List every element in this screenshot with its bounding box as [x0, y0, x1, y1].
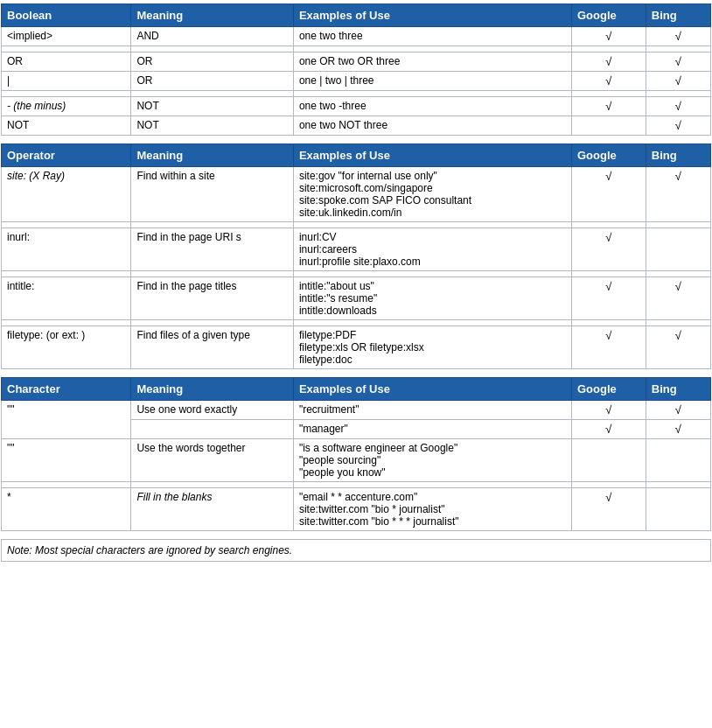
spacer: [2, 136, 711, 144]
cell-example: [293, 91, 571, 97]
note-row: Note: Most special characters are ignore…: [2, 540, 711, 562]
character-header-row: Character Meaning Examples of Use Google…: [2, 378, 711, 401]
cell-google: [571, 271, 646, 277]
cell-google: [571, 320, 646, 326]
table-row: OR OR one OR two OR three √ √: [2, 52, 711, 72]
cell-example: "is a software engineer at Google" "peop…: [293, 439, 571, 482]
cell-bing: [646, 482, 710, 488]
cell-example: one two -three: [293, 97, 571, 116]
cell-bing: √: [646, 27, 710, 46]
cell-meaning: [131, 222, 294, 228]
cell-bing: √: [646, 277, 710, 320]
cell-operator: [2, 46, 131, 52]
example-line: filetype:xls OR filetype:xlsx: [299, 341, 424, 354]
cell-bing: [646, 228, 710, 271]
cell-google: √: [571, 326, 646, 369]
cell-meaning: OR: [131, 52, 294, 72]
table-row: intitle: Find in the page titles intitle…: [2, 277, 711, 320]
cell-google: √: [571, 488, 646, 531]
cell-operator: "": [2, 439, 131, 482]
cell-meaning: Use one word exactly: [131, 401, 294, 420]
cell-bing: [646, 271, 710, 277]
table-row: inurl: Find in the page URI s inurl:CV i…: [2, 228, 711, 271]
cell-bing: [646, 46, 710, 52]
cell-operator: [2, 271, 131, 277]
cell-google: [571, 116, 646, 136]
cell-example: site:gov "for internal use only" site:mi…: [293, 167, 571, 222]
cell-meaning: [131, 91, 294, 97]
cell-operator: <implied>: [2, 27, 131, 46]
example-line: inurl:CV: [299, 231, 337, 243]
character-meaning-header: Meaning: [131, 378, 294, 401]
spacer: [2, 531, 711, 540]
cell-bing: [646, 439, 710, 482]
cell-meaning: [131, 420, 294, 439]
cell-google: [571, 91, 646, 97]
operator-bing-header: Bing: [646, 144, 710, 167]
cell-operator: |: [2, 72, 131, 91]
cell-google: √: [571, 277, 646, 320]
cell-example: [293, 222, 571, 228]
cell-example: [293, 46, 571, 52]
boolean-bing-header: Bing: [646, 4, 710, 27]
cell-bing: √: [646, 326, 710, 369]
cell-example: one two three: [293, 27, 571, 46]
cell-google: √: [571, 27, 646, 46]
boolean-header-row: Boolean Meaning Examples of Use Google B…: [2, 4, 711, 27]
cell-meaning: [131, 271, 294, 277]
cell-example: "recruitment": [293, 401, 571, 420]
cell-example: [293, 320, 571, 326]
character-col-header: Character: [2, 378, 131, 401]
cell-meaning: NOT: [131, 97, 294, 116]
cell-meaning: Find files of a given type: [131, 326, 294, 369]
cell-example: one two NOT three: [293, 116, 571, 136]
cell-operator: filetype: (or ext: ): [2, 326, 131, 369]
cell-example: [293, 482, 571, 488]
cell-operator: intitle:: [2, 277, 131, 320]
cell-meaning: [131, 46, 294, 52]
cell-meaning: Use the words together: [131, 439, 294, 482]
table-row: [2, 271, 711, 277]
example-line: site:twitter.com "bio * * * journalist": [299, 515, 459, 528]
example-line: "email * * accenture.com": [299, 491, 417, 503]
cell-google: √: [571, 401, 646, 420]
cell-operator: NOT: [2, 116, 131, 136]
table-row: site: (X Ray) Find within a site site:go…: [2, 167, 711, 222]
cell-google: [571, 439, 646, 482]
cell-example: intitle:"about us" intitle:"s resume" in…: [293, 277, 571, 320]
cell-example: one OR two OR three: [293, 52, 571, 72]
operator-col-header: Operator: [2, 144, 131, 167]
table-row: <implied> AND one two three √ √: [2, 27, 711, 46]
table-row: | OR one | two | three √ √: [2, 72, 711, 91]
table-row: [2, 222, 711, 228]
operator-header-row: Operator Meaning Examples of Use Google …: [2, 144, 711, 167]
cell-operator: [2, 222, 131, 228]
example-line: inurl:profile site:plaxo.com: [299, 256, 421, 268]
table-row: - (the minus) NOT one two -three √ √: [2, 97, 711, 116]
cell-meaning: [131, 482, 294, 488]
operator-meaning-header: Meaning: [131, 144, 294, 167]
table-row: filetype: (or ext: ) Find files of a giv…: [2, 326, 711, 369]
cell-bing: √: [646, 72, 710, 91]
table-row: NOT NOT one two NOT three √: [2, 116, 711, 136]
cell-bing: √: [646, 97, 710, 116]
operator-google-header: Google: [571, 144, 646, 167]
example-line: intitle:"about us": [299, 280, 374, 292]
cell-google: [571, 482, 646, 488]
cell-example: "email * * accenture.com" site:twitter.c…: [293, 488, 571, 531]
cell-example: "manager": [293, 420, 571, 439]
spacer: [2, 369, 711, 378]
cell-example: filetype:PDF filetype:xls OR filetype:xl…: [293, 326, 571, 369]
example-line: inurl:careers: [299, 243, 357, 256]
character-google-header: Google: [571, 378, 646, 401]
example-line: "people sourcing": [299, 454, 380, 466]
cell-google: [571, 222, 646, 228]
table-row: [2, 482, 711, 488]
example-line: filetype:doc: [299, 354, 353, 366]
example-line: "people you know": [299, 466, 386, 479]
example-line: site:gov "for internal use only": [299, 170, 437, 182]
table-row: [2, 46, 711, 52]
table-row: "" Use one word exactly "recruitment" √ …: [2, 401, 711, 420]
table-row: "" Use the words together "is a software…: [2, 439, 711, 482]
table-row: * Fill in the blanks "email * * accentur…: [2, 488, 711, 531]
